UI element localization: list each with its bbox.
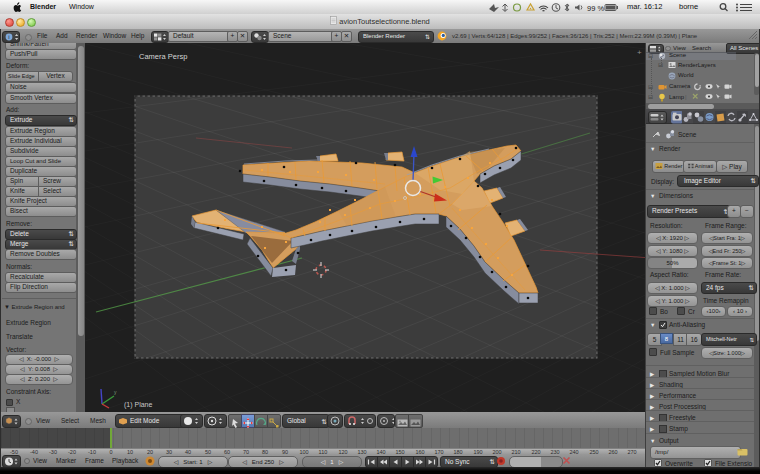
- svg-text:99 %: 99 %: [587, 4, 604, 13]
- svg-text:(1) Plane: (1) Plane: [124, 401, 153, 409]
- svg-text:+: +: [637, 48, 642, 57]
- svg-text:Camera Persp: Camera Persp: [139, 52, 187, 61]
- svg-text:i: i: [8, 34, 9, 40]
